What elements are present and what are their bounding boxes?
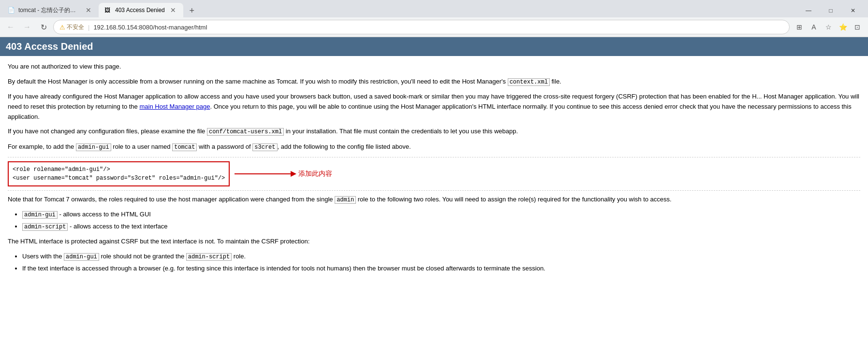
divider-1 <box>8 157 860 157</box>
admin-gui-role-code: admin-gui <box>22 211 58 219</box>
bookmarks-icon[interactable]: ⭐ <box>836 20 850 34</box>
address-bar: ← → ↻ ⚠ 不安全 | 192.168.50.154:8080/host-m… <box>0 17 868 37</box>
security-label: 不安全 <box>67 23 84 31</box>
p4-text-before: If you have not changed any configuratio… <box>8 128 207 135</box>
p6-before: Note that for Tomcat 7 onwards, the role… <box>8 196 335 203</box>
tomcat-code: tomcat <box>172 143 197 151</box>
warning-icon: ⚠ <box>59 24 65 31</box>
role-item-admin-script: admin-script - allows access to the text… <box>22 222 860 232</box>
code-annotation-wrapper: <role rolename="admin-gui"/> <user usern… <box>8 161 860 186</box>
paragraph-3: If you have already configured the Host … <box>8 92 860 122</box>
browser-chrome: 📄 tomcat - 忘情公子的博客 ✕ 🖼 403 Access Denied… <box>0 0 868 37</box>
annotation-text: 添加此内容 <box>298 169 332 179</box>
p2-text-after: file. <box>550 78 561 85</box>
arrow-annotation: 添加此内容 <box>235 169 332 179</box>
tab-label-2: 403 Access Denied <box>115 7 165 14</box>
csrf-item-1: Users with the admin-gui role should not… <box>22 252 860 262</box>
page-body: You are not authorized to view this page… <box>0 56 868 284</box>
paragraph-4: If you have not changed any configuratio… <box>8 127 860 137</box>
admin-script-role-desc: - allows access to the text interface <box>70 223 167 230</box>
tab-icon-1: 📄 <box>8 7 15 14</box>
p5-after1: with a password of <box>197 143 252 150</box>
tomcat-users-xml-code: conf/tomcat-users.xml <box>207 128 284 136</box>
url-bar[interactable]: ⚠ 不安全 | 192.168.50.154:8080/host-manager… <box>53 20 790 34</box>
page-header: 403 Access Denied <box>0 37 868 56</box>
reload-button[interactable]: ↻ <box>37 20 50 34</box>
url-text: 192.168.50.154:8080/host-manager/html <box>93 24 783 31</box>
translate-icon[interactable]: A <box>807 20 821 34</box>
tab-close-1[interactable]: ✕ <box>84 6 93 14</box>
window-maximize-button[interactable]: □ <box>820 4 842 17</box>
p2-text-before: By default the Host Manager is only acce… <box>8 78 508 85</box>
paragraph-6: Note that for Tomcat 7 onwards, the role… <box>8 195 860 205</box>
csrf-admin-gui-code: admin-gui <box>64 253 99 261</box>
csrf-admin-script-code: admin-script <box>186 253 232 261</box>
code-line-1: <role rolename="admin-gui"/> <box>13 165 225 174</box>
code-line-2: <user username="tomcat" password="s3cret… <box>13 174 225 183</box>
admin-script-role-code: admin-script <box>22 223 68 231</box>
back-button[interactable]: ← <box>4 20 17 34</box>
tab-tomcat[interactable]: 📄 tomcat - 忘情公子的博客 ✕ <box>2 3 99 17</box>
csrf-list: Users with the admin-gui role should not… <box>22 252 860 274</box>
tab-icon-2: 🖼 <box>104 7 111 14</box>
forward-button[interactable]: → <box>20 20 34 34</box>
page-content: 403 Access Denied You are not authorized… <box>0 37 868 284</box>
p5-before: For example, to add the <box>8 143 76 150</box>
admin-gui-code-1: admin-gui <box>76 143 111 151</box>
url-separator: | <box>88 24 89 31</box>
profile-icon[interactable]: ⊡ <box>851 20 864 34</box>
paragraph-7: The HTML interface is protected against … <box>8 237 860 247</box>
toolbar-icons: ⊞ A ☆ ⭐ ⊡ <box>793 20 864 34</box>
page-title: 403 Access Denied <box>6 41 862 52</box>
s3cret-code: s3cret <box>252 143 277 151</box>
divider-2 <box>8 190 860 191</box>
p6-after: role to the following two roles. You wil… <box>356 196 672 203</box>
arrow-line <box>235 173 293 174</box>
admin-code: admin <box>335 196 356 204</box>
p5-middle: role to a user named <box>111 143 172 150</box>
cast-icon[interactable]: ⊞ <box>793 20 806 34</box>
roles-list: admin-gui - allows access to the HTML GU… <box>22 210 860 232</box>
role-item-admin-gui: admin-gui - allows access to the HTML GU… <box>22 210 860 220</box>
window-close-button[interactable]: ✕ <box>842 4 864 17</box>
admin-gui-role-desc: - allows access to the HTML GUI <box>59 211 151 218</box>
tab-close-2[interactable]: ✕ <box>169 6 177 14</box>
paragraph-2: By default the Host Manager is only acce… <box>8 77 860 87</box>
security-warning: ⚠ 不安全 <box>59 23 84 31</box>
main-host-manager-link[interactable]: main Host Manager page <box>139 103 210 110</box>
new-tab-button[interactable]: + <box>185 4 199 17</box>
paragraph-5: For example, to add the admin-gui role t… <box>8 142 860 152</box>
p5-after2: , add the following to the config file l… <box>278 143 411 150</box>
code-block: <role rolename="admin-gui"/> <user usern… <box>8 161 230 186</box>
bookmark-icon[interactable]: ☆ <box>822 20 835 34</box>
p4-text-after: in your installation. That file must con… <box>284 128 518 135</box>
tab-label-1: tomcat - 忘情公子的博客 <box>18 6 80 14</box>
csrf-item-2: If the text interface is accessed throug… <box>22 264 860 274</box>
window-minimize-button[interactable]: — <box>797 4 820 17</box>
context-xml-code: context.xml <box>508 78 550 86</box>
tab-access-denied[interactable]: 🖼 403 Access Denied ✕ <box>99 3 183 17</box>
paragraph-1: You are not authorized to view this page… <box>8 62 860 72</box>
